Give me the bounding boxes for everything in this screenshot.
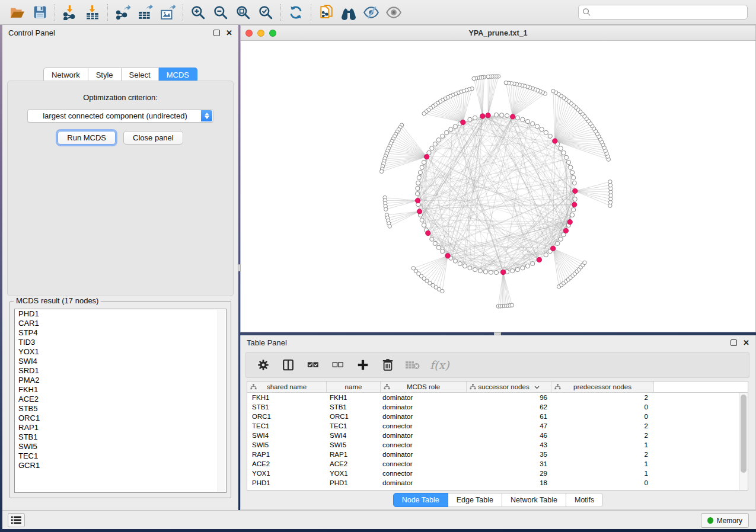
graph-node[interactable]: [494, 270, 498, 274]
graph-node[interactable]: [468, 117, 472, 121]
column-header-name[interactable]: name: [327, 382, 381, 392]
graph-node[interactable]: [418, 171, 422, 175]
float-panel-icon[interactable]: [213, 30, 220, 36]
table-row[interactable]: ACE2ACE2connector311: [247, 459, 748, 469]
graph-hub-node[interactable]: [511, 114, 515, 119]
graph-node[interactable]: [441, 289, 444, 293]
graph-node[interactable]: [510, 303, 513, 307]
table-scrollbar-thumb[interactable]: [741, 395, 747, 473]
graph-node[interactable]: [417, 175, 421, 180]
graph-node[interactable]: [453, 124, 457, 129]
graph-node[interactable]: [416, 186, 420, 190]
graph-node[interactable]: [562, 150, 566, 155]
graph-hub-node[interactable]: [500, 270, 505, 274]
export-image-icon[interactable]: [157, 2, 179, 23]
table-row[interactable]: RAP1RAP1dominator352: [247, 450, 748, 459]
graph-node[interactable]: [515, 268, 519, 272]
mcds-result-item[interactable]: GCR1: [15, 461, 226, 470]
table-row[interactable]: FKH1FKH1dominator962: [247, 393, 748, 402]
settings-gear-icon[interactable]: [256, 357, 271, 373]
criterion-select[interactable]: largest connected component (undirected): [27, 109, 213, 123]
task-history-button[interactable]: [8, 513, 25, 527]
graph-node[interactable]: [473, 268, 477, 272]
mcds-result-item[interactable]: ACE2: [15, 395, 226, 404]
mcds-result-item[interactable]: SRD1: [15, 366, 226, 376]
vertical-splitter-handle[interactable]: [238, 264, 241, 271]
zoom-fit-icon[interactable]: [232, 2, 254, 23]
show-graphics-icon[interactable]: [382, 2, 405, 23]
graph-node[interactable]: [525, 264, 529, 268]
graph-node[interactable]: [449, 127, 453, 132]
select-all-icon[interactable]: [305, 357, 321, 373]
graph-node[interactable]: [445, 130, 449, 134]
mcds-result-list[interactable]: PHD1CAR1STP4TID3YOX1SWI4SRD1PMA2FKH1ACE2…: [14, 309, 227, 493]
graph-node[interactable]: [551, 89, 555, 93]
graph-node[interactable]: [500, 113, 504, 117]
tab-motifs[interactable]: Motifs: [566, 493, 603, 507]
graph-node[interactable]: [462, 264, 467, 268]
graph-hub-node[interactable]: [480, 114, 485, 118]
graph-node[interactable]: [489, 270, 493, 274]
mcds-result-item[interactable]: STB5: [15, 404, 226, 414]
refresh-icon[interactable]: [285, 2, 307, 23]
mcds-list-scrollbar[interactable]: [218, 310, 225, 492]
graph-node[interactable]: [379, 169, 383, 173]
graph-node[interactable]: [570, 171, 575, 175]
graph-node[interactable]: [548, 134, 552, 138]
global-search-field[interactable]: [578, 5, 748, 20]
mcds-result-item[interactable]: STB1: [15, 432, 226, 442]
graph-hub-node[interactable]: [424, 154, 429, 159]
graph-node[interactable]: [521, 266, 525, 270]
graph-node[interactable]: [436, 245, 441, 249]
mcds-result-item[interactable]: TID3: [15, 338, 226, 347]
mcds-result-item[interactable]: PMA2: [15, 376, 226, 385]
graph-hub-node[interactable]: [426, 230, 430, 235]
network-document-icon[interactable]: [315, 2, 337, 23]
graph-node[interactable]: [564, 155, 569, 159]
graph-node[interactable]: [420, 218, 424, 222]
graph-node[interactable]: [505, 114, 509, 118]
column-header-successor-nodes[interactable]: successor nodes: [467, 382, 551, 392]
open-file-icon[interactable]: [6, 2, 28, 23]
zoom-out-icon[interactable]: [209, 2, 232, 23]
graph-node[interactable]: [494, 113, 498, 117]
zoom-selected-icon[interactable]: [254, 2, 277, 23]
graph-node[interactable]: [483, 270, 487, 274]
mcds-result-item[interactable]: YOX1: [15, 347, 226, 357]
mcds-result-item[interactable]: FKH1: [15, 385, 226, 395]
graph-node[interactable]: [569, 165, 573, 169]
graph-node[interactable]: [458, 262, 462, 266]
graph-node[interactable]: [430, 146, 434, 150]
close-panel-button[interactable]: Close panel: [123, 131, 183, 145]
graph-hub-node[interactable]: [572, 202, 577, 207]
tab-network-table[interactable]: Network Table: [502, 493, 566, 507]
table-row[interactable]: STB1STB1dominator620: [247, 402, 748, 412]
graph-node[interactable]: [422, 160, 426, 164]
graph-hub-node[interactable]: [553, 139, 557, 143]
close-table-panel-icon[interactable]: ✕: [743, 339, 749, 346]
graph-hub-node[interactable]: [537, 257, 541, 262]
graph-node[interactable]: [433, 241, 437, 245]
graph-node[interactable]: [415, 191, 419, 196]
close-panel-icon[interactable]: ✕: [226, 30, 232, 36]
delete-column-icon[interactable]: [380, 357, 395, 373]
table-row[interactable]: SWI5SWI5connector431: [247, 440, 748, 450]
tab-node-table[interactable]: Node Table: [393, 493, 448, 507]
zoom-in-icon[interactable]: [187, 2, 209, 23]
graph-node[interactable]: [430, 237, 434, 241]
graph-hub-node[interactable]: [461, 120, 465, 124]
graph-hub-node[interactable]: [445, 254, 450, 258]
graph-node[interactable]: [468, 266, 472, 270]
graph-node[interactable]: [472, 76, 476, 80]
add-column-icon[interactable]: [355, 357, 371, 373]
graph-node[interactable]: [504, 81, 508, 85]
memory-button[interactable]: Memory: [701, 513, 749, 528]
save-session-icon[interactable]: [28, 2, 51, 23]
run-mcds-button[interactable]: Run MCDS: [58, 131, 116, 145]
mcds-result-item[interactable]: CAR1: [15, 319, 226, 328]
graph-node[interactable]: [473, 116, 477, 120]
graph-node[interactable]: [583, 261, 586, 264]
graph-node[interactable]: [544, 130, 548, 134]
tab-edge-table[interactable]: Edge Table: [448, 493, 502, 507]
graph-node[interactable]: [573, 197, 577, 201]
